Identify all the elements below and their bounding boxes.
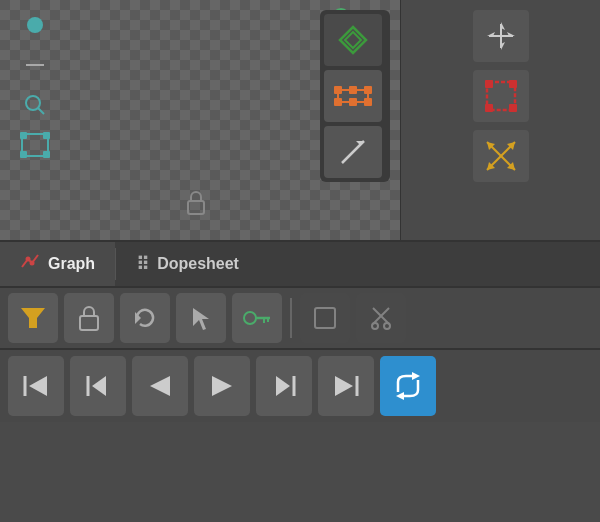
svg-marker-63 [276,376,290,396]
svg-rect-37 [188,201,204,214]
tab-graph[interactable]: Graph [0,242,115,286]
lock-toolbar-button[interactable] [64,293,114,343]
toolbar-separator [290,298,292,338]
refresh-button[interactable] [120,293,170,343]
svg-marker-59 [92,376,106,396]
svg-point-55 [384,323,390,329]
svg-marker-66 [412,372,420,380]
play-button[interactable] [194,356,250,416]
svg-rect-27 [485,80,493,88]
svg-point-0 [27,17,43,33]
tab-bar: Graph ⠿ Dopesheet [0,242,600,288]
resize-tool-button[interactable] [473,130,529,182]
svg-rect-8 [43,151,50,158]
svg-marker-43 [21,308,45,328]
arrow-button[interactable] [176,293,226,343]
frame-select-icon[interactable] [20,130,50,160]
prev-frame-button[interactable] [70,356,126,416]
dopesheet-tab-icon: ⠿ [136,253,149,275]
svg-rect-17 [349,98,357,106]
key-button[interactable] [232,293,282,343]
svg-marker-60 [150,376,170,396]
svg-marker-65 [335,376,353,396]
box-select-button[interactable] [473,70,529,122]
lock-icon[interactable] [185,190,207,220]
svg-rect-29 [485,104,493,112]
playback-row [0,350,600,422]
svg-rect-5 [20,132,27,139]
play-reverse-button[interactable] [132,356,188,416]
snap-tool-button[interactable] [324,14,382,66]
shape-button[interactable] [300,293,350,343]
svg-rect-16 [349,86,357,94]
svg-marker-10 [345,32,361,48]
svg-rect-12 [334,86,342,94]
loop-button[interactable] [380,356,436,416]
svg-line-3 [38,108,44,114]
svg-point-47 [244,312,256,324]
filter-button[interactable] [8,293,58,343]
svg-marker-57 [29,376,47,396]
cut-button[interactable] [356,293,406,343]
skip-to-start-button[interactable] [8,356,64,416]
teal-dot-icon[interactable] [20,10,50,40]
svg-point-42 [30,260,35,265]
svg-rect-7 [20,151,27,158]
svg-point-54 [372,323,378,329]
tool-panel [320,10,390,182]
graph-tab-icon [20,253,40,276]
svg-rect-51 [315,308,335,328]
svg-rect-30 [509,104,517,112]
minus-icon[interactable] [20,50,50,80]
svg-marker-67 [396,392,404,400]
svg-rect-6 [43,132,50,139]
toolbar-row [0,288,600,350]
svg-rect-15 [364,98,372,106]
svg-marker-61 [212,376,232,396]
skip-to-end-button[interactable] [318,356,374,416]
svg-rect-44 [80,316,98,330]
left-sidebar [0,0,70,240]
svg-rect-1 [26,64,44,66]
pen-tool-button[interactable] [324,126,382,178]
transform-tool-button[interactable] [324,70,382,122]
graph-tab-label: Graph [48,255,95,273]
svg-marker-46 [193,308,209,330]
svg-point-41 [26,256,31,261]
svg-rect-14 [334,98,342,106]
viewport-area [0,0,600,240]
tab-dopesheet[interactable]: ⠿ Dopesheet [116,242,259,286]
svg-rect-13 [364,86,372,94]
zoom-icon[interactable] [20,90,50,120]
move-tool-button[interactable] [473,10,529,62]
svg-point-2 [26,96,40,110]
svg-rect-28 [509,80,517,88]
next-frame-button[interactable] [256,356,312,416]
dopesheet-tab-label: Dopesheet [157,255,239,273]
right-panel [400,0,600,240]
svg-line-18 [342,141,364,163]
